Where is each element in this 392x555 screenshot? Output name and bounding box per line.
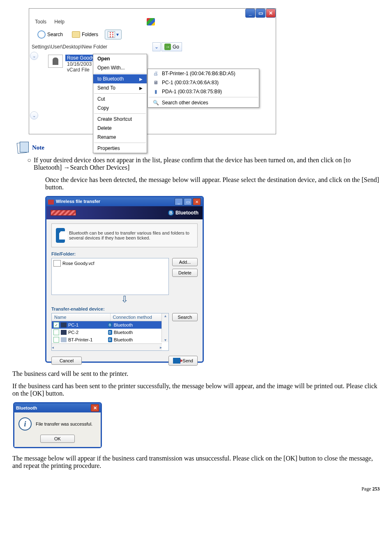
search-icon — [37, 30, 46, 39]
folders-button[interactable]: Folders — [69, 30, 101, 39]
send-icon — [173, 358, 180, 364]
printer-icon: 🖨 — [152, 71, 159, 76]
send-button[interactable]: Send — [168, 356, 198, 366]
ctx-send-to-label: Send To — [97, 85, 115, 91]
scroll-up-icon[interactable]: ▴ — [164, 313, 166, 318]
device-row-pc2[interactable]: PC-2 BBluetooth — [52, 329, 168, 336]
bluetooth-label: Bluetooth — [175, 210, 198, 216]
ctx-delete[interactable]: Delete — [93, 124, 147, 133]
ctx-open-with[interactable]: Open With... — [93, 63, 147, 72]
submenu-search-other[interactable]: 🔍 Search other devices — [148, 98, 259, 107]
address-dropdown[interactable]: ⌄ — [152, 42, 161, 51]
note-label: Note — [32, 144, 44, 151]
close-button[interactable]: ✕ — [266, 9, 276, 18]
file-list-entry[interactable]: Rose Goody.vcf — [53, 260, 167, 267]
submenu-pda1[interactable]: ▮ PDA-1 (00:03:7A:08:75:B9) — [148, 87, 259, 96]
page-label: Page — [362, 486, 372, 492]
ctx-cut[interactable]: Cut — [93, 94, 147, 104]
chevron-right-icon: ▶ — [139, 77, 143, 81]
ctx-sep — [94, 93, 146, 94]
vcard-icon — [48, 55, 63, 68]
para-fail: The message below will appear if the bus… — [12, 455, 380, 470]
maximize-button[interactable]: ▭ — [256, 9, 265, 18]
checkbox-checked-icon[interactable]: ✓ — [53, 322, 59, 328]
scroll-right-icon[interactable]: ▸ — [160, 345, 162, 350]
views-icon — [108, 31, 115, 38]
info-text: Bluetooth can be used to transfer variou… — [69, 230, 193, 240]
device-name: BT-Printer-1 — [68, 337, 92, 342]
connection-method: Bluetooth — [114, 322, 133, 327]
folders-label: Folders — [82, 32, 98, 37]
submenu-label: Search other devices — [162, 100, 208, 106]
ctx-open[interactable]: Open — [93, 54, 147, 63]
panel-collapse-icon-2[interactable]: ⌄ — [30, 111, 38, 120]
search-label: Search — [47, 32, 63, 37]
search-icon: 🔍 — [152, 100, 159, 106]
address-text[interactable]: Settings\User\Desktop\New Folder — [29, 43, 152, 51]
menubar: Tools Help — [35, 19, 71, 25]
horizontal-scrollbar[interactable]: ◂▸ — [52, 343, 162, 350]
wft-app-icon — [48, 200, 54, 205]
menu-tools[interactable]: Tools — [35, 19, 46, 25]
device-name: PC-2 — [68, 330, 78, 335]
close-button[interactable]: ✕ — [193, 198, 201, 205]
ctx-to-bluetooth[interactable]: to Bluetooth ▶ — [93, 74, 147, 83]
ctx-rename[interactable]: Rename — [93, 133, 147, 142]
panel-collapse-icon[interactable]: ⌄ — [30, 52, 38, 60]
bluetooth-icon: B — [168, 210, 174, 216]
file-folder-label: File/Folder: — [51, 251, 198, 256]
minimize-button[interactable]: _ — [245, 9, 255, 18]
file-entry-label: Rose Goody.vcf — [62, 261, 94, 266]
note-icon — [17, 142, 29, 153]
minimize-button[interactable]: _ — [175, 198, 183, 205]
device-table[interactable]: Name Connection method ✓PC-1 BBluetooth … — [51, 313, 169, 351]
address-bar: Settings\User\Desktop\New Folder ⌄ → Go — [29, 42, 182, 51]
ctx-send-to[interactable]: Send To ▶ — [93, 83, 147, 92]
vertical-scrollbar[interactable]: ▴▾ — [161, 313, 168, 342]
wft-title-text: Wireless file transfer — [56, 199, 100, 204]
go-button[interactable]: → Go — [161, 42, 182, 51]
menu-help[interactable]: Help — [54, 19, 65, 25]
col-name[interactable]: Name — [52, 313, 111, 321]
msgbox-title-text: Bluetooth — [16, 405, 37, 410]
maximize-button[interactable]: ▭ — [184, 198, 192, 205]
ctx-shortcut[interactable]: Create Shortcut — [93, 115, 147, 124]
arrow-down-icon: ⇩ — [51, 297, 198, 302]
pda-icon: ▮ — [152, 89, 159, 94]
wft-title-bar: Wireless file transfer _ ▭ ✕ — [46, 197, 203, 206]
delete-button[interactable]: Delete — [172, 269, 198, 277]
scroll-down-icon[interactable]: ▾ — [164, 338, 166, 342]
monitor-icon: 🖥 — [152, 80, 159, 85]
transfer-device-label: Transfer-enabled device: — [51, 306, 198, 311]
checkbox-icon[interactable] — [53, 329, 59, 335]
go-arrow-icon: → — [164, 44, 171, 50]
cancel-button[interactable]: Cancel — [51, 357, 82, 365]
device-row-pc1[interactable]: ✓PC-1 BBluetooth — [52, 321, 168, 329]
views-button[interactable]: ▾ — [105, 30, 122, 39]
submenu-label: BT-Printer-1 (00:04:76:B6:BD:A5) — [162, 71, 235, 76]
device-row-printer[interactable]: BT-Printer-1 BBluetooth — [52, 336, 168, 343]
add-button[interactable]: Add... — [172, 258, 198, 266]
search-button[interactable]: Search — [172, 313, 198, 321]
close-button[interactable]: ✕ — [91, 404, 99, 412]
ok-button[interactable]: OK — [40, 435, 75, 443]
submenu-bt-printer[interactable]: 🖨 BT-Printer-1 (00:04:76:B6:BD:A5) — [148, 69, 259, 78]
col-connection[interactable]: Connection method — [111, 313, 169, 321]
ctx-copy[interactable]: Copy — [93, 104, 147, 113]
file-list[interactable]: Rose Goody.vcf — [51, 258, 169, 295]
submenu-label: PDA-1 (00:03:7A:08:75:B9) — [162, 89, 222, 94]
submenu-pc1[interactable]: 🖥 PC-1 (00:03:7A:06:6A:83) — [148, 78, 259, 87]
bluetooth-icon: B — [108, 337, 112, 342]
context-menu: Open Open With... to Bluetooth ▶ Send To… — [93, 54, 147, 153]
ctx-to-bluetooth-label: to Bluetooth — [97, 76, 124, 82]
submenu-sep — [149, 97, 258, 97]
file-transfer-icon — [56, 228, 65, 243]
vcard-icon — [53, 260, 61, 267]
msgbox-text: File transfer was successful. — [36, 421, 92, 426]
msgbox-title-bar: Bluetooth ✕ — [14, 403, 101, 412]
ctx-properties[interactable]: Properties — [93, 144, 147, 153]
scroll-left-icon[interactable]: ◂ — [52, 345, 54, 350]
checkbox-icon[interactable] — [53, 337, 59, 343]
search-button[interactable]: Search — [35, 29, 65, 40]
wft-banner-graphic — [51, 210, 76, 216]
